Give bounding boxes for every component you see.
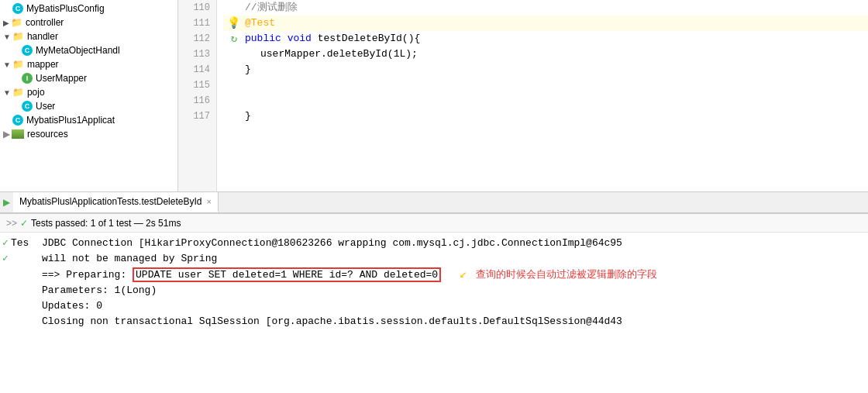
- sidebar-item-handler[interactable]: ▼ 📁 handler: [0, 29, 177, 43]
- line-num: 113: [184, 47, 210, 62]
- code-text: public void testDeleteById(){: [245, 31, 420, 47]
- console-line-5: Updates: 0: [0, 298, 868, 314]
- line-num: 111: [184, 16, 210, 31]
- check-icon: ✓: [2, 251, 9, 267]
- console-text: Closing non transactional SqlSession [or…: [42, 314, 868, 329]
- sidebar-label: MyMetaObjectHandl: [36, 45, 120, 56]
- console-text: Parameters: 1(Long): [42, 283, 868, 298]
- code-line-112: ↻ public void testDeleteById(){: [223, 31, 868, 47]
- code-line-110: //测试删除: [223, 0, 868, 16]
- folder-icon: ▶: [3, 129, 10, 140]
- tab-close-button[interactable]: ×: [206, 197, 211, 206]
- side-indicator: ✓: [0, 236, 11, 251]
- folder-icon: 📁: [12, 59, 24, 70]
- console-text: will not be managed by Spring: [42, 251, 868, 267]
- bulb-icon[interactable]: 💡: [227, 16, 240, 31]
- folder-icon: 📁: [12, 31, 24, 42]
- code-text: }: [245, 62, 251, 78]
- arrow-icon: ▼: [3, 60, 11, 69]
- sidebar-label: resources: [27, 129, 68, 140]
- arrow-icon: ▼: [3, 33, 11, 41]
- line-num: 115: [184, 78, 210, 93]
- sidebar-item-mymetaobjecthandl[interactable]: C MyMetaObjectHandl: [0, 43, 177, 57]
- sidebar-item-user[interactable]: C User: [0, 99, 177, 113]
- c-icon: C: [12, 115, 23, 126]
- resources-icon: [12, 129, 24, 139]
- test-bar: >> ✓ Tests passed: 1 of 1 test — 2s 51ms: [0, 214, 868, 233]
- sidebar-label: mapper: [27, 59, 59, 70]
- gutter-111: 💡: [223, 16, 245, 31]
- test-result-label: Tests passed: 1 of 1 test — 2s 51ms: [31, 218, 181, 229]
- sidebar-label: controller: [26, 17, 64, 28]
- sidebar-label: User: [36, 101, 55, 112]
- code-text: userMapper.deleteById(1L);: [245, 47, 418, 62]
- console-line-3: ==> Preparing: UPDATE user SET deleted=1…: [0, 267, 868, 283]
- line-num: 110: [184, 0, 210, 16]
- console-prefix: Tes: [11, 236, 42, 251]
- code-editor: 110 111 112 113 114 115 116 117 //测试删除 💡: [178, 0, 868, 191]
- console-area: ✓ Tes JDBC Connection [HikariProxyConnec…: [0, 233, 868, 393]
- sidebar-item-mybatisplusconfig[interactable]: C MyBatisPlusConfig: [0, 2, 177, 16]
- code-line-113: userMapper.deleteById(1L);: [223, 47, 868, 62]
- sidebar-item-controller[interactable]: ▶ 📁 controller: [0, 16, 177, 29]
- line-num: 112: [184, 31, 210, 47]
- sidebar-label: pojo: [27, 87, 45, 98]
- arrow-icon: ▶: [3, 19, 9, 27]
- code-line-117: }: [223, 109, 868, 124]
- c-icon: C: [22, 45, 33, 56]
- code-text: //测试删除: [245, 0, 298, 16]
- sidebar-label: handler: [27, 31, 58, 42]
- console-line-2: ✓ will not be managed by Spring: [0, 251, 868, 267]
- console-text: Updates: 0: [42, 298, 868, 314]
- code-container: 110 111 112 113 114 115 116 117 //测试删除 💡: [178, 0, 868, 191]
- i-icon: I: [22, 73, 33, 84]
- reload-icon[interactable]: ↻: [231, 31, 237, 47]
- annotation-text: 查询的时候会自动过滤被逻辑删除的字段: [476, 268, 657, 280]
- sidebar-label: UserMapper: [36, 73, 87, 84]
- c-icon: C: [22, 101, 33, 112]
- check-icon: ✓: [2, 236, 9, 251]
- sidebar-label: MybatisPlus1Applicat: [26, 115, 115, 126]
- c-icon: C: [12, 3, 23, 14]
- code-text: }: [245, 109, 251, 124]
- code-line-114: }: [223, 62, 868, 78]
- sidebar-item-usermapper[interactable]: I UserMapper: [0, 71, 177, 85]
- run-icon: ▶: [3, 197, 10, 208]
- folder-icon: 📁: [11, 17, 22, 28]
- gutter-112: ↻: [223, 31, 245, 47]
- folder-icon: 📁: [12, 87, 24, 98]
- annotation-arrow-icon: ↙: [460, 267, 467, 281]
- line-numbers: 110 111 112 113 114 115 116 117: [178, 0, 217, 191]
- tab-label: MybatisPluslApplicationTests.testDeleteB…: [19, 196, 202, 207]
- console-line-1: ✓ Tes JDBC Connection [HikariProxyConnec…: [0, 236, 868, 251]
- side-indicator: ✓: [0, 251, 11, 267]
- console-text: JDBC Connection [HikariProxyConnection@1…: [42, 236, 868, 251]
- line-num: 116: [184, 93, 210, 109]
- sidebar: C MyBatisPlusConfig ▶ 📁 controller ▼ 📁 h…: [0, 0, 178, 191]
- code-line-116: [223, 93, 868, 109]
- sidebar-item-resources[interactable]: ▶ resources: [0, 127, 177, 141]
- arrow-icon: ▼: [3, 88, 11, 97]
- code-line-111: 💡 @Test: [223, 16, 868, 31]
- tab-test[interactable]: MybatisPluslApplicationTests.testDeleteB…: [13, 192, 219, 212]
- sidebar-item-mapper[interactable]: ▼ 📁 mapper: [0, 57, 177, 71]
- tab-bar: ▶ MybatisPluslApplicationTests.testDelet…: [0, 192, 868, 214]
- console-line-4: Parameters: 1(Long): [0, 283, 868, 298]
- check-icon: ✓: [20, 218, 28, 229]
- sidebar-item-pojo[interactable]: ▼ 📁 pojo: [0, 85, 177, 99]
- code-line-115: [223, 78, 868, 93]
- line-num: 114: [184, 62, 210, 78]
- console-line-6: Closing non transactional SqlSession [or…: [0, 314, 868, 329]
- code-lines: //测试删除 💡 @Test ↻ public void: [217, 0, 868, 191]
- console-text: ==> Preparing: UPDATE user SET deleted=1…: [42, 267, 868, 283]
- double-arrow-icon: >>: [6, 218, 17, 229]
- sql-highlight: UPDATE user SET deleted=1 WHERE id=? AND…: [133, 267, 441, 282]
- sidebar-label: MyBatisPlusConfig: [26, 3, 105, 14]
- sidebar-item-mybatisplus1applicat[interactable]: C MybatisPlus1Applicat: [0, 113, 177, 127]
- console-preparing-prefix: ==> Preparing:: [42, 269, 133, 281]
- code-text: @Test: [245, 16, 275, 31]
- line-num: 117: [184, 109, 210, 124]
- top-section: C MyBatisPlusConfig ▶ 📁 controller ▼ 📁 h…: [0, 0, 868, 192]
